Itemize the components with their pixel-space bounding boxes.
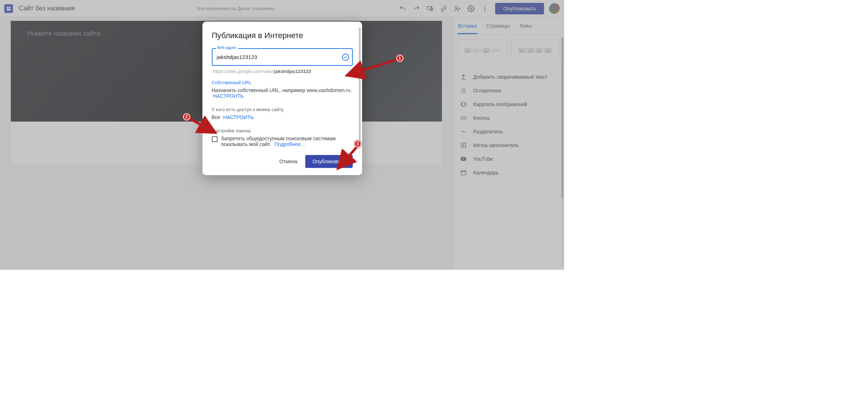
custom-url-configure-link[interactable]: НАСТРОИТЬ	[213, 93, 244, 99]
url-preview: https://sites.google.com/view/jakshdjas1…	[213, 69, 351, 74]
annotation-badge-2: 2	[183, 113, 190, 120]
access-value: Все	[212, 114, 220, 120]
svg-line-31	[190, 119, 204, 127]
cancel-button[interactable]: Отмена	[274, 155, 302, 168]
web-address-field: Веб-адрес	[212, 48, 353, 66]
custom-url-text: Назначить собственный URL, например www.…	[212, 87, 353, 99]
search-block-text: Запретить общедоступным поисковым систем…	[221, 136, 353, 147]
svg-line-29	[359, 59, 398, 72]
access-heading: У кого есть доступ к моему сайту	[212, 107, 353, 112]
dialog-title: Публикация в Интернете	[212, 31, 353, 40]
publish-dialog: Публикация в Интернете Веб-адрес https:/…	[202, 22, 362, 175]
dialog-scrollbar[interactable]	[359, 27, 361, 155]
learn-more-link[interactable]: Подробнее…	[274, 141, 306, 147]
custom-url-heading: Собственный URL	[212, 80, 353, 85]
search-settings-heading: Настройки поиска	[212, 128, 353, 133]
annotation-arrow-2	[188, 116, 210, 130]
web-address-label: Веб-адрес	[216, 45, 238, 50]
dialog-publish-button[interactable]: Опубликовать	[305, 155, 353, 168]
annotation-badge-1: 1	[396, 55, 403, 62]
modal-overlay: Публикация в Интернете Веб-адрес https:/…	[0, 0, 564, 270]
access-configure-link[interactable]: НАСТРОИТЬ	[223, 114, 254, 120]
search-block-checkbox[interactable]	[212, 136, 218, 142]
annotation-arrow-1	[355, 55, 406, 77]
valid-check-icon	[342, 54, 349, 61]
web-address-input[interactable]	[212, 48, 353, 66]
